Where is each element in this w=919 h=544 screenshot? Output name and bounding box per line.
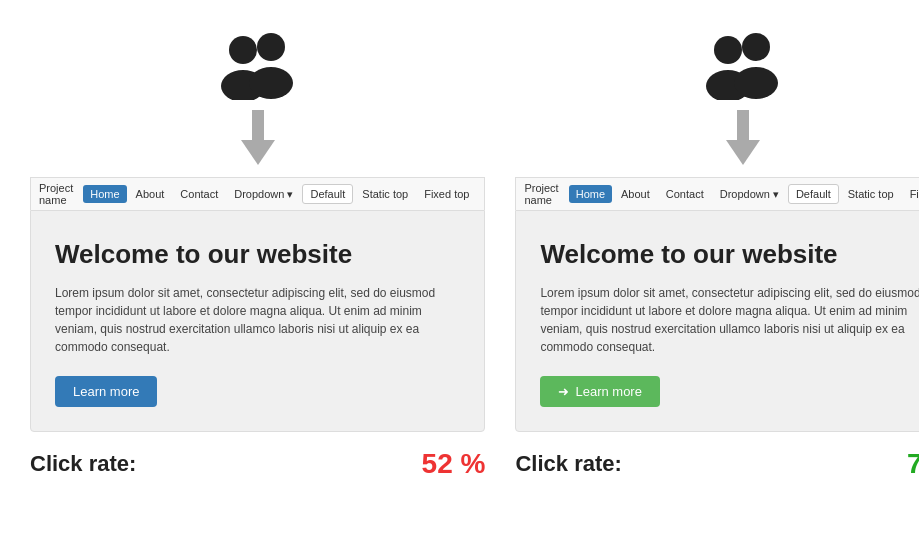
- click-rate-value-b: 72 %: [907, 448, 919, 480]
- content-body-b: Lorem ipsum dolor sit amet, consectetur …: [540, 284, 919, 356]
- click-rate-label-b: Click rate:: [515, 451, 621, 477]
- click-rate-value-a: 52 %: [422, 448, 486, 480]
- click-rate-row-b: Click rate: 72 %: [515, 448, 919, 480]
- arrow-down-b: [726, 110, 760, 165]
- content-box-b: Welcome to our website Lorem ipsum dolor…: [515, 210, 919, 432]
- nav-tab-dropdown-b[interactable]: Dropdown ▾: [713, 185, 786, 204]
- svg-point-8: [742, 33, 770, 61]
- svg-marker-5: [241, 140, 275, 165]
- arrow-down-a: [241, 110, 275, 165]
- content-box-a: Welcome to our website Lorem ipsum dolor…: [30, 210, 485, 432]
- nav-tab-fixedtop-b[interactable]: Fixed top: [903, 185, 919, 203]
- svg-rect-10: [737, 110, 749, 142]
- nav-tab-home-a[interactable]: Home: [83, 185, 126, 203]
- svg-point-2: [257, 33, 285, 61]
- svg-point-0: [229, 36, 257, 64]
- variant-a: Project name Home About Contact Dropdown…: [30, 20, 485, 480]
- svg-rect-4: [252, 110, 264, 142]
- nav-tab-contact-b[interactable]: Contact: [659, 185, 711, 203]
- arrow-right-icon: ➜: [558, 384, 569, 399]
- nav-brand-b: Project name: [524, 182, 558, 206]
- nav-tab-default-a[interactable]: Default: [302, 184, 353, 204]
- users-icon-b: [698, 30, 788, 100]
- nav-tab-statictop-b[interactable]: Static top: [841, 185, 901, 203]
- users-icon-a: [213, 30, 303, 100]
- nav-tab-about-b[interactable]: About: [614, 185, 657, 203]
- learn-more-button-b[interactable]: ➜ Learn more: [540, 376, 659, 407]
- click-rate-row-a: Click rate: 52 %: [30, 448, 485, 480]
- nav-tab-fixedtop-a[interactable]: Fixed top: [417, 185, 476, 203]
- learn-more-label-b: Learn more: [575, 384, 641, 399]
- nav-tab-dropdown-a[interactable]: Dropdown ▾: [227, 185, 300, 204]
- content-heading-a: Welcome to our website: [55, 239, 460, 270]
- nav-tab-home-b[interactable]: Home: [569, 185, 612, 203]
- nav-bar-a: Project name Home About Contact Dropdown…: [30, 177, 485, 210]
- main-container: Project name Home About Contact Dropdown…: [30, 20, 889, 480]
- content-body-a: Lorem ipsum dolor sit amet, consectetur …: [55, 284, 460, 356]
- nav-tab-about-a[interactable]: About: [129, 185, 172, 203]
- nav-bar-b: Project name Home About Contact Dropdown…: [515, 177, 919, 210]
- svg-point-3: [249, 67, 293, 99]
- variant-b: Project name Home About Contact Dropdown…: [515, 20, 919, 480]
- svg-point-6: [714, 36, 742, 64]
- svg-marker-11: [726, 140, 760, 165]
- learn-more-button-a[interactable]: Learn more: [55, 376, 157, 407]
- nav-tab-contact-a[interactable]: Contact: [173, 185, 225, 203]
- nav-tab-statictop-a[interactable]: Static top: [355, 185, 415, 203]
- learn-more-label-a: Learn more: [73, 384, 139, 399]
- content-heading-b: Welcome to our website: [540, 239, 919, 270]
- nav-brand-a: Project name: [39, 182, 73, 206]
- svg-point-9: [734, 67, 778, 99]
- nav-tab-default-b[interactable]: Default: [788, 184, 839, 204]
- click-rate-label-a: Click rate:: [30, 451, 136, 477]
